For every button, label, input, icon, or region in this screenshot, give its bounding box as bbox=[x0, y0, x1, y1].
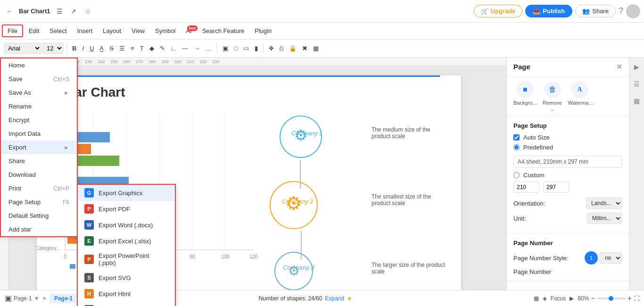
star-favorite-icon[interactable]: ★ bbox=[347, 295, 352, 302]
shape4-button[interactable]: ▮ bbox=[252, 43, 260, 53]
italic-button[interactable]: I bbox=[80, 43, 86, 53]
menu-add-star[interactable]: Add star bbox=[1, 223, 77, 236]
edge-cursor-icon[interactable]: ▶ bbox=[631, 61, 643, 73]
font-size-select[interactable]: 12 bbox=[42, 43, 64, 54]
menu-share[interactable]: Share bbox=[1, 154, 77, 168]
shape2-button[interactable]: □ bbox=[231, 43, 240, 53]
watermark-button[interactable]: A Waterma... bbox=[568, 81, 592, 111]
add-page-button[interactable]: + bbox=[42, 294, 47, 303]
predefined-radio[interactable] bbox=[513, 144, 520, 150]
export-ppt-icon: P bbox=[84, 255, 94, 264]
crop-button[interactable]: ⎙ bbox=[277, 43, 286, 53]
page-number-style-select[interactable]: ne bbox=[600, 252, 622, 264]
font-select[interactable]: Arial bbox=[4, 43, 41, 54]
page-icon[interactable]: ▣ bbox=[5, 294, 12, 303]
edge-layer-icon[interactable]: ☰ bbox=[631, 78, 643, 90]
menu-ai[interactable]: AI hot bbox=[181, 25, 196, 36]
help-icon[interactable]: ? bbox=[619, 6, 623, 16]
export-excel-item[interactable]: E Export Excel (.xlsx) bbox=[78, 233, 175, 249]
text-button[interactable]: T bbox=[138, 43, 146, 53]
export-html-item[interactable]: H Export Html bbox=[78, 286, 175, 302]
export-html-icon: H bbox=[84, 289, 94, 298]
zoom-slider[interactable] bbox=[597, 298, 626, 299]
export-svg-item[interactable]: S Export SVG bbox=[78, 270, 175, 286]
menu-view[interactable]: View bbox=[127, 25, 149, 36]
height-input[interactable] bbox=[543, 182, 569, 193]
export-ppt-item[interactable]: P Export PowerPoint (.pptx) bbox=[78, 249, 175, 270]
fullscreen-icon[interactable]: ⛶ bbox=[634, 295, 639, 302]
menu-print[interactable]: Print Ctrl+P bbox=[1, 182, 77, 195]
strikethrough-button[interactable]: S bbox=[107, 43, 116, 53]
zoom-out-button[interactable]: − bbox=[591, 294, 595, 303]
pen-button[interactable]: ✎ bbox=[157, 43, 167, 53]
export-visio-item[interactable]: V Export Visio (.vsdx) bbox=[78, 302, 175, 306]
fill-button[interactable]: ◆ bbox=[147, 43, 157, 53]
menu-select[interactable]: Select bbox=[45, 25, 71, 36]
menu-page-setup[interactable]: Page Setup F6 bbox=[1, 195, 77, 209]
unit-select[interactable]: Millim... Inches bbox=[587, 213, 622, 224]
company1-label: Company 1 bbox=[291, 130, 322, 137]
back-icon[interactable]: ← bbox=[4, 6, 15, 17]
page-tab[interactable]: Page-1 bbox=[50, 294, 77, 303]
arrow-button[interactable]: → bbox=[191, 43, 202, 53]
svg-text:120: 120 bbox=[250, 254, 258, 259]
menu-file[interactable]: File bbox=[2, 25, 23, 37]
export-word-item[interactable]: W Export Word (.docx) bbox=[78, 217, 175, 233]
align-center-button[interactable]: ≡ bbox=[128, 43, 137, 53]
align-left-button[interactable]: ☰ bbox=[117, 43, 127, 53]
dots-button[interactable]: … bbox=[203, 43, 214, 53]
delete-button[interactable]: ✖ bbox=[300, 43, 310, 53]
line-button[interactable]: — bbox=[180, 43, 190, 53]
edge-grid-icon[interactable]: ▦ bbox=[631, 95, 643, 107]
orientation-select[interactable]: Lands... Portrait bbox=[586, 198, 622, 209]
share-button[interactable]: 👥 Share bbox=[575, 5, 616, 17]
menu-layout[interactable]: Layout bbox=[98, 25, 126, 36]
export-graphics-item[interactable]: G Export Graphics bbox=[78, 185, 175, 201]
cursor-button[interactable]: ✥ bbox=[266, 43, 276, 53]
publish-button[interactable]: 📤 Publish bbox=[525, 5, 572, 17]
play-icon[interactable]: ▶ bbox=[570, 295, 574, 302]
export-excel-icon: E bbox=[84, 236, 94, 246]
layout-icon[interactable]: ☰ bbox=[54, 6, 65, 17]
menu-insert[interactable]: Insert bbox=[73, 25, 98, 36]
upgrade-button[interactable]: 🛒 Upgrade bbox=[474, 5, 523, 17]
table-button[interactable]: ▦ bbox=[311, 43, 321, 53]
menu-home[interactable]: Home bbox=[1, 58, 77, 72]
connection-button[interactable]: ∟ bbox=[168, 43, 179, 53]
menu-search-feature[interactable]: Search Feature bbox=[198, 25, 249, 36]
background-button[interactable]: ■ Backgro... bbox=[513, 81, 537, 111]
lock-button[interactable]: 🔒 bbox=[287, 43, 299, 53]
menu-export[interactable]: Export ► bbox=[1, 141, 77, 154]
share-icon[interactable]: ↗ bbox=[68, 6, 79, 17]
page-setup-title: Page Setup bbox=[513, 122, 622, 129]
font-color-button[interactable]: A̲ bbox=[97, 43, 106, 53]
focus-button[interactable]: ◈ bbox=[543, 295, 547, 302]
menu-import-data[interactable]: Import Data bbox=[1, 127, 77, 141]
menu-rename[interactable]: Rename bbox=[1, 99, 77, 113]
predefined-value-input[interactable] bbox=[513, 156, 622, 168]
menu-save[interactable]: Save Ctrl+S bbox=[1, 72, 77, 86]
avatar[interactable] bbox=[626, 4, 640, 18]
menu-edit[interactable]: Edit bbox=[24, 25, 44, 36]
shape3-button[interactable]: ▭ bbox=[241, 43, 251, 53]
shape1-button[interactable]: ▣ bbox=[220, 43, 231, 53]
export-pdf-item[interactable]: P Export PDF bbox=[78, 201, 175, 217]
panel-close-button[interactable]: ✕ bbox=[616, 62, 622, 71]
custom-label: Custom bbox=[523, 172, 545, 179]
zoom-in-button[interactable]: + bbox=[627, 294, 632, 303]
star-icon[interactable]: ☆ bbox=[82, 6, 93, 17]
menu-save-as[interactable]: Save As ► bbox=[1, 86, 77, 99]
custom-radio[interactable] bbox=[513, 172, 520, 178]
menu-symbol[interactable]: Symbol bbox=[150, 25, 180, 36]
bold-button[interactable]: B bbox=[70, 43, 79, 53]
menu-download[interactable]: Download bbox=[1, 168, 77, 182]
layers-icon[interactable]: ▦ bbox=[534, 295, 539, 302]
width-input[interactable] bbox=[513, 182, 539, 193]
menu-default-setting[interactable]: Default Setting bbox=[1, 209, 77, 223]
menu-encrypt[interactable]: Encrypt bbox=[1, 113, 77, 127]
auto-size-checkbox[interactable] bbox=[513, 134, 520, 141]
underline-button[interactable]: U bbox=[87, 43, 96, 53]
menu-plugin[interactable]: Plugin bbox=[250, 25, 276, 36]
remove-button[interactable]: 🗑 Remove ... bbox=[541, 81, 564, 111]
expand-link[interactable]: Expand bbox=[325, 295, 344, 302]
